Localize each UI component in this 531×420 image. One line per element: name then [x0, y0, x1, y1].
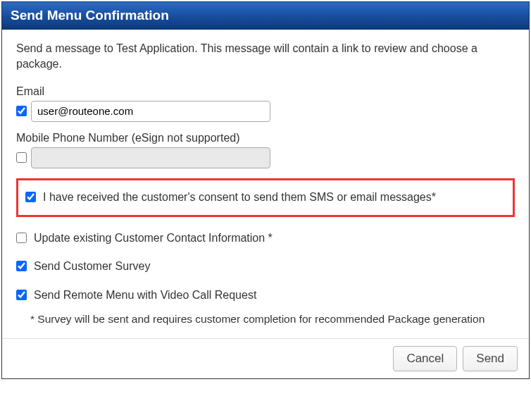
- update-contact-row: Update existing Customer Contact Informa…: [16, 231, 515, 246]
- mobile-label: Mobile Phone Number (eSign not supported…: [16, 132, 515, 144]
- remote-menu-label: Send Remote Menu with Video Call Request: [34, 288, 256, 303]
- intro-text: Send a message to Test Application. This…: [16, 41, 515, 73]
- survey-row: Send Customer Survey: [16, 259, 515, 274]
- consent-label: I have received the customer's consent t…: [43, 190, 436, 205]
- email-row: [16, 101, 515, 122]
- consent-row: I have received the customer's consent t…: [25, 190, 506, 205]
- survey-checkbox[interactable]: [16, 261, 27, 271]
- survey-note: * Survey will be sent and requires custo…: [30, 313, 515, 326]
- email-checkbox[interactable]: [16, 106, 27, 116]
- dialog-footer: Cancel Send: [2, 338, 529, 378]
- consent-highlight: I have received the customer's consent t…: [16, 178, 515, 217]
- dialog-title: Send Menu Confirmation: [2, 2, 529, 30]
- email-label: Email: [16, 85, 515, 98]
- email-input[interactable]: [31, 101, 270, 122]
- survey-label: Send Customer Survey: [34, 259, 150, 274]
- send-menu-dialog: Send Menu Confirmation Send a message to…: [1, 1, 530, 379]
- remote-menu-row: Send Remote Menu with Video Call Request: [16, 288, 515, 303]
- update-contact-label: Update existing Customer Contact Informa…: [34, 231, 273, 246]
- send-button[interactable]: Send: [463, 346, 518, 371]
- email-group: Email: [16, 85, 515, 122]
- mobile-group: Mobile Phone Number (eSign not supported…: [16, 132, 515, 168]
- mobile-input[interactable]: [31, 147, 270, 168]
- cancel-button[interactable]: Cancel: [393, 346, 457, 371]
- consent-checkbox[interactable]: [25, 192, 36, 202]
- update-contact-checkbox[interactable]: [16, 233, 27, 243]
- mobile-row: [16, 147, 515, 168]
- remote-menu-checkbox[interactable]: [16, 290, 27, 300]
- mobile-checkbox[interactable]: [16, 152, 27, 163]
- dialog-body: Send a message to Test Application. This…: [2, 30, 529, 338]
